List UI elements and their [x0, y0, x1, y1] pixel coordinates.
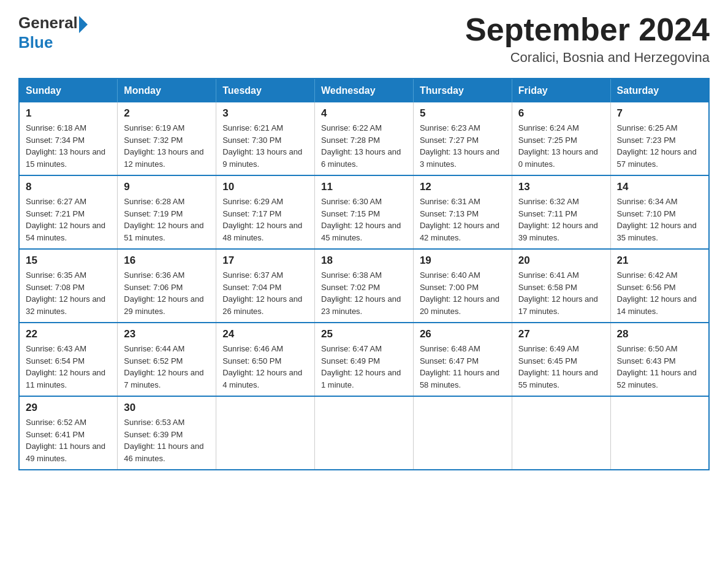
calendar-header: SundayMondayTuesdayWednesdayThursdayFrid…	[19, 79, 709, 102]
day-number: 12	[420, 181, 506, 193]
day-info: Sunrise: 6:32 AMSunset: 7:11 PMDaylight:…	[518, 196, 604, 243]
calendar-cell: 20Sunrise: 6:41 AMSunset: 6:58 PMDayligh…	[512, 249, 610, 323]
calendar-cell: 24Sunrise: 6:46 AMSunset: 6:50 PMDayligh…	[216, 323, 315, 396]
logo-blue: Blue	[18, 33, 88, 52]
day-info: Sunrise: 6:48 AMSunset: 6:47 PMDaylight:…	[420, 343, 506, 391]
logo-general: General	[18, 13, 78, 33]
calendar-cell: 13Sunrise: 6:32 AMSunset: 7:11 PMDayligh…	[512, 175, 610, 249]
day-number: 27	[518, 328, 604, 340]
calendar-cell: 18Sunrise: 6:38 AMSunset: 7:02 PMDayligh…	[315, 249, 414, 323]
calendar-cell: 16Sunrise: 6:36 AMSunset: 7:06 PMDayligh…	[118, 249, 216, 323]
day-number: 21	[617, 255, 702, 267]
day-info: Sunrise: 6:36 AMSunset: 7:06 PMDaylight:…	[124, 269, 210, 317]
day-info: Sunrise: 6:30 AMSunset: 7:15 PMDaylight:…	[321, 196, 407, 243]
day-number: 23	[124, 328, 210, 340]
day-number: 2	[124, 107, 210, 120]
week-row-1: 1Sunrise: 6:18 AMSunset: 7:34 PMDaylight…	[19, 102, 709, 175]
calendar-cell	[216, 396, 315, 470]
week-row-3: 15Sunrise: 6:35 AMSunset: 7:08 PMDayligh…	[19, 249, 709, 323]
calendar-cell: 8Sunrise: 6:27 AMSunset: 7:21 PMDaylight…	[19, 175, 118, 249]
calendar-body: 1Sunrise: 6:18 AMSunset: 7:34 PMDaylight…	[19, 102, 709, 470]
day-info: Sunrise: 6:23 AMSunset: 7:27 PMDaylight:…	[420, 122, 506, 170]
day-info: Sunrise: 6:28 AMSunset: 7:19 PMDaylight:…	[124, 196, 210, 243]
day-number: 16	[124, 255, 210, 267]
calendar-cell: 7Sunrise: 6:25 AMSunset: 7:23 PMDaylight…	[610, 102, 709, 175]
title-block: September 2024 Coralici, Bosnia and Herz…	[465, 12, 710, 66]
day-number: 13	[518, 181, 604, 193]
calendar-cell: 17Sunrise: 6:37 AMSunset: 7:04 PMDayligh…	[216, 249, 315, 323]
day-number: 1	[26, 107, 111, 120]
calendar-cell: 19Sunrise: 6:40 AMSunset: 7:00 PMDayligh…	[413, 249, 512, 323]
calendar-cell	[512, 396, 610, 470]
day-info: Sunrise: 6:50 AMSunset: 6:43 PMDaylight:…	[617, 343, 702, 391]
day-number: 3	[222, 107, 308, 120]
logo-arrow-icon	[79, 16, 88, 33]
day-info: Sunrise: 6:37 AMSunset: 7:04 PMDaylight:…	[222, 269, 308, 317]
day-number: 7	[617, 107, 702, 120]
day-info: Sunrise: 6:35 AMSunset: 7:08 PMDaylight:…	[26, 269, 111, 317]
day-info: Sunrise: 6:19 AMSunset: 7:32 PMDaylight:…	[124, 122, 210, 170]
day-number: 25	[321, 328, 407, 340]
day-number: 6	[518, 107, 604, 120]
day-info: Sunrise: 6:22 AMSunset: 7:28 PMDaylight:…	[321, 122, 407, 170]
day-number: 11	[321, 181, 407, 193]
calendar-cell: 1Sunrise: 6:18 AMSunset: 7:34 PMDaylight…	[19, 102, 118, 175]
calendar-cell: 4Sunrise: 6:22 AMSunset: 7:28 PMDaylight…	[315, 102, 414, 175]
day-info: Sunrise: 6:53 AMSunset: 6:39 PMDaylight:…	[124, 416, 210, 464]
calendar-table: SundayMondayTuesdayWednesdayThursdayFrid…	[18, 78, 710, 470]
day-number: 19	[420, 255, 506, 267]
day-info: Sunrise: 6:24 AMSunset: 7:25 PMDaylight:…	[518, 122, 604, 170]
day-info: Sunrise: 6:52 AMSunset: 6:41 PMDaylight:…	[26, 416, 111, 464]
day-number: 17	[222, 255, 308, 267]
calendar-cell	[413, 396, 512, 470]
day-number: 29	[26, 402, 111, 414]
day-number: 8	[26, 181, 111, 193]
page-header: General Blue September 2024 Coralici, Bo…	[18, 12, 710, 66]
calendar-cell: 28Sunrise: 6:50 AMSunset: 6:43 PMDayligh…	[610, 323, 709, 396]
day-of-week-monday: Monday	[118, 79, 216, 102]
calendar-cell: 21Sunrise: 6:42 AMSunset: 6:56 PMDayligh…	[610, 249, 709, 323]
day-number: 10	[222, 181, 308, 193]
day-number: 9	[124, 181, 210, 193]
calendar-cell: 15Sunrise: 6:35 AMSunset: 7:08 PMDayligh…	[19, 249, 118, 323]
month-year-title: September 2024	[465, 12, 710, 47]
day-info: Sunrise: 6:21 AMSunset: 7:30 PMDaylight:…	[222, 122, 308, 170]
location-subtitle: Coralici, Bosnia and Herzegovina	[465, 50, 710, 66]
day-info: Sunrise: 6:38 AMSunset: 7:02 PMDaylight:…	[321, 269, 407, 317]
day-info: Sunrise: 6:42 AMSunset: 6:56 PMDaylight:…	[617, 269, 702, 317]
calendar-cell: 30Sunrise: 6:53 AMSunset: 6:39 PMDayligh…	[118, 396, 216, 470]
day-info: Sunrise: 6:18 AMSunset: 7:34 PMDaylight:…	[26, 122, 111, 170]
day-of-week-friday: Friday	[512, 79, 610, 102]
calendar-cell: 23Sunrise: 6:44 AMSunset: 6:52 PMDayligh…	[118, 323, 216, 396]
day-info: Sunrise: 6:43 AMSunset: 6:54 PMDaylight:…	[26, 343, 111, 391]
calendar-cell: 12Sunrise: 6:31 AMSunset: 7:13 PMDayligh…	[413, 175, 512, 249]
day-of-week-tuesday: Tuesday	[216, 79, 315, 102]
week-row-2: 8Sunrise: 6:27 AMSunset: 7:21 PMDaylight…	[19, 175, 709, 249]
day-info: Sunrise: 6:29 AMSunset: 7:17 PMDaylight:…	[222, 196, 308, 243]
day-number: 5	[420, 107, 506, 120]
day-of-week-thursday: Thursday	[413, 79, 512, 102]
calendar-cell: 5Sunrise: 6:23 AMSunset: 7:27 PMDaylight…	[413, 102, 512, 175]
week-row-4: 22Sunrise: 6:43 AMSunset: 6:54 PMDayligh…	[19, 323, 709, 396]
calendar-cell: 25Sunrise: 6:47 AMSunset: 6:49 PMDayligh…	[315, 323, 414, 396]
calendar-cell: 27Sunrise: 6:49 AMSunset: 6:45 PMDayligh…	[512, 323, 610, 396]
day-number: 22	[26, 328, 111, 340]
calendar-cell: 10Sunrise: 6:29 AMSunset: 7:17 PMDayligh…	[216, 175, 315, 249]
day-info: Sunrise: 6:41 AMSunset: 6:58 PMDaylight:…	[518, 269, 604, 317]
day-info: Sunrise: 6:31 AMSunset: 7:13 PMDaylight:…	[420, 196, 506, 243]
week-row-5: 29Sunrise: 6:52 AMSunset: 6:41 PMDayligh…	[19, 396, 709, 470]
calendar-cell: 9Sunrise: 6:28 AMSunset: 7:19 PMDaylight…	[118, 175, 216, 249]
day-info: Sunrise: 6:49 AMSunset: 6:45 PMDaylight:…	[518, 343, 604, 391]
logo: General Blue	[18, 12, 88, 52]
calendar-cell: 3Sunrise: 6:21 AMSunset: 7:30 PMDaylight…	[216, 102, 315, 175]
calendar-cell: 14Sunrise: 6:34 AMSunset: 7:10 PMDayligh…	[610, 175, 709, 249]
calendar-cell: 26Sunrise: 6:48 AMSunset: 6:47 PMDayligh…	[413, 323, 512, 396]
calendar-cell	[315, 396, 414, 470]
day-number: 18	[321, 255, 407, 267]
day-number: 20	[518, 255, 604, 267]
day-info: Sunrise: 6:47 AMSunset: 6:49 PMDaylight:…	[321, 343, 407, 391]
calendar-cell: 2Sunrise: 6:19 AMSunset: 7:32 PMDaylight…	[118, 102, 216, 175]
calendar-cell	[610, 396, 709, 470]
calendar-cell: 22Sunrise: 6:43 AMSunset: 6:54 PMDayligh…	[19, 323, 118, 396]
days-of-week-row: SundayMondayTuesdayWednesdayThursdayFrid…	[19, 79, 709, 102]
